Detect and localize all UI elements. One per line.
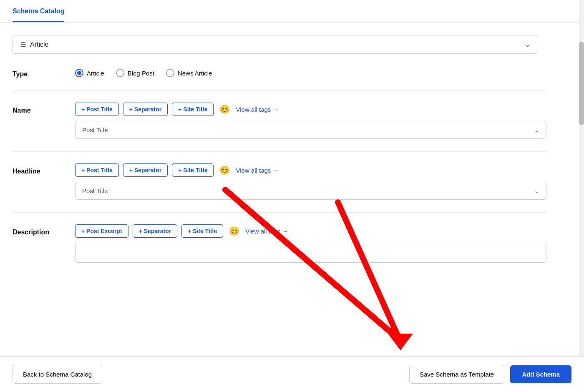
radio-label-news-article: News Article <box>178 70 212 77</box>
name-emoji-button[interactable]: 😊 <box>218 103 232 115</box>
svg-marker-3 <box>388 334 413 350</box>
radio-circle-news-article <box>166 69 174 77</box>
headline-view-all-tags-link[interactable]: View all tags → <box>236 167 279 174</box>
description-tag-post-excerpt[interactable]: + Post Excerpt <box>75 224 128 238</box>
type-row: Type Article Blog Post News Article <box>13 66 546 78</box>
name-input-chevron-icon: ⌄ <box>534 127 539 133</box>
name-tags-row: + Post Title + Separator + Site Title 😊 … <box>75 103 546 116</box>
back-to-schema-catalog-button[interactable]: Back to Schema Catalog <box>13 365 102 384</box>
radio-circle-blog-post <box>116 69 124 77</box>
radio-label-blog-post: Blog Post <box>128 70 154 77</box>
save-schema-template-button[interactable]: Save Schema as Template <box>409 365 504 384</box>
description-emoji-button[interactable]: 😊 <box>227 225 241 237</box>
schema-selector-value: Article <box>30 41 48 48</box>
radio-news-article[interactable]: News Article <box>166 69 212 77</box>
description-input-field[interactable] <box>75 243 546 263</box>
description-tags-row: + Post Excerpt + Separator + Site Title … <box>75 224 546 238</box>
schema-catalog-tab[interactable]: Schema Catalog <box>13 8 64 22</box>
headline-input-value: Post Title <box>82 187 108 194</box>
description-tag-site-title[interactable]: + Site Title <box>181 224 223 238</box>
name-input-field[interactable]: Post Title ⌄ <box>75 121 546 139</box>
description-content: + Post Excerpt + Separator + Site Title … <box>75 224 546 263</box>
schema-selector-left: ☰ Article <box>20 41 48 48</box>
name-view-all-tags-link[interactable]: View all tags → <box>236 106 279 113</box>
description-view-all-tags-link[interactable]: View all tags → <box>245 228 288 235</box>
scrollbar-track <box>579 0 584 392</box>
description-tag-separator[interactable]: + Separator <box>133 224 177 238</box>
headline-input-field[interactable]: Post Title ⌄ <box>75 182 546 200</box>
chevron-down-icon: ⌄ <box>525 40 530 48</box>
radio-circle-article <box>75 69 83 77</box>
name-tag-site-title[interactable]: + Site Title <box>172 103 214 116</box>
add-schema-button[interactable]: Add Schema <box>510 365 571 383</box>
headline-label: Headline <box>13 163 67 175</box>
footer: Back to Schema Catalog Save Schema as Te… <box>0 356 584 392</box>
headline-input-chevron-icon: ⌄ <box>534 188 539 194</box>
headline-tag-post-title[interactable]: + Post Title <box>75 163 119 177</box>
headline-tag-site-title[interactable]: + Site Title <box>172 163 214 177</box>
headline-tags-row: + Post Title + Separator + Site Title 😊 … <box>75 163 546 177</box>
type-radio-group: Article Blog Post News Article <box>75 66 546 77</box>
footer-right-actions: Save Schema as Template Add Schema <box>409 365 571 384</box>
name-content: + Post Title + Separator + Site Title 😊 … <box>75 103 546 139</box>
name-label: Name <box>13 103 67 114</box>
radio-blog-post[interactable]: Blog Post <box>116 69 154 77</box>
headline-row: Headline + Post Title + Separator + Site… <box>13 163 546 200</box>
radio-article[interactable]: Article <box>75 69 104 77</box>
main-content: ☰ Article ⌄ Type Article Blog Post News … <box>0 23 559 317</box>
radio-label-article: Article <box>87 70 104 77</box>
name-row: Name + Post Title + Separator + Site Tit… <box>13 103 546 139</box>
scrollbar-thumb[interactable] <box>579 42 584 125</box>
name-tag-separator[interactable]: + Separator <box>123 103 168 116</box>
name-input-value: Post Title <box>82 126 108 133</box>
headline-emoji-button[interactable]: 😊 <box>218 164 232 176</box>
header: Schema Catalog <box>0 0 584 23</box>
schema-selector[interactable]: ☰ Article ⌄ <box>13 35 538 54</box>
description-label: Description <box>13 224 67 236</box>
description-row: Description + Post Excerpt + Separator +… <box>13 224 546 263</box>
name-tag-post-title[interactable]: + Post Title <box>75 103 119 116</box>
headline-content: + Post Title + Separator + Site Title 😊 … <box>75 163 546 200</box>
type-content: Article Blog Post News Article <box>75 66 546 77</box>
type-label: Type <box>13 66 67 78</box>
headline-tag-separator[interactable]: + Separator <box>123 163 168 177</box>
document-icon: ☰ <box>20 41 26 48</box>
